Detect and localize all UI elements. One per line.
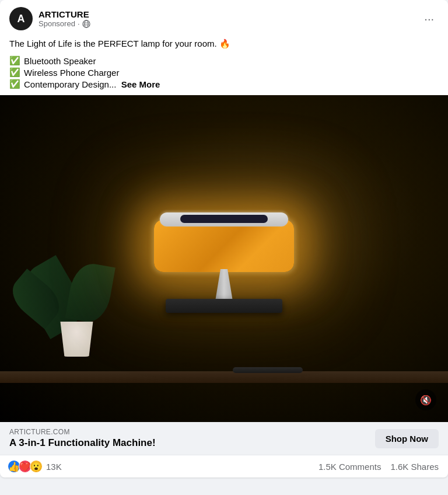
feature-item-3: ✅ Contemporary Design... See More — [9, 79, 439, 89]
feature-label-2: Wireless Phone Charger — [24, 68, 119, 78]
avatar[interactable]: A — [9, 7, 33, 30]
reactions-bar: 👍 ❤️ 😮 13K 1.5K Comments 1.6K Shares — [0, 455, 448, 477]
reaction-count: 13K — [46, 462, 62, 472]
see-more-button[interactable]: See More — [121, 79, 160, 89]
shares-count[interactable]: 1.6K Shares — [390, 462, 439, 472]
feature-label-3: Contemporary Design... See More — [24, 79, 160, 89]
lamp-neck — [215, 269, 233, 301]
dot-separator: · — [78, 19, 80, 28]
shelf — [0, 371, 448, 383]
cta-bar: ARTICTURE.COM A 3-in-1 Functionality Mac… — [0, 422, 448, 455]
lamp-body — [154, 219, 294, 272]
lamp-top — [160, 212, 288, 226]
globe-icon — [82, 20, 90, 28]
post-text-section: The Light of Life is the PERFECT lamp fo… — [0, 35, 448, 54]
plant-leaves — [36, 228, 117, 327]
svg-point-1 — [84, 20, 88, 27]
feature-item-2: ✅ Wireless Phone Charger — [9, 67, 439, 78]
lamp-base — [166, 299, 282, 313]
lamp-top-inner — [180, 215, 268, 223]
check-icon-2: ✅ — [9, 67, 20, 78]
feature-item-1: ✅ Bluetooth Speaker — [9, 55, 439, 66]
check-icon-1: ✅ — [9, 55, 20, 66]
comments-count[interactable]: 1.5K Comments — [318, 462, 382, 472]
lamp-image — [0, 95, 448, 422]
reaction-emojis: 👍 ❤️ 😮 — [9, 460, 43, 473]
wow-reaction: 😮 — [30, 460, 43, 473]
ad-image-container: 🔇 — [0, 95, 448, 422]
leaf-2 — [65, 260, 116, 325]
sponsored-label: Sponsored — [38, 19, 75, 28]
svg-point-0 — [82, 20, 89, 27]
cta-url: ARTICTURE.COM — [9, 428, 156, 436]
more-dots-icon: ··· — [424, 12, 434, 26]
header-left: A ARTICTURE Sponsored · — [9, 7, 90, 30]
cta-title: A 3-in-1 Functionality Machine! — [9, 437, 156, 449]
charger-pad — [233, 367, 303, 373]
lamp-shade — [154, 219, 294, 272]
shop-now-button[interactable]: Shop Now — [375, 429, 439, 448]
lamp-scene — [0, 95, 448, 422]
sponsored-row: Sponsored · — [38, 19, 90, 28]
page-info: ARTICTURE Sponsored · — [38, 9, 90, 28]
mute-button[interactable]: 🔇 — [415, 389, 436, 410]
plant-pot — [56, 322, 97, 357]
page-name[interactable]: ARTICTURE — [38, 9, 90, 19]
facebook-ad-card: A ARTICTURE Sponsored · ··· — [0, 0, 448, 477]
reactions-left: 👍 ❤️ 😮 13K — [9, 460, 62, 473]
feature-label-1: Bluetooth Speaker — [24, 56, 96, 66]
more-options-button[interactable]: ··· — [419, 10, 439, 28]
cta-left: ARTICTURE.COM A 3-in-1 Functionality Mac… — [9, 428, 156, 449]
reactions-right: 1.5K Comments 1.6K Shares — [318, 462, 439, 472]
post-headline: The Light of Life is the PERFECT lamp fo… — [9, 37, 439, 50]
mute-icon: 🔇 — [420, 395, 432, 406]
check-icon-3: ✅ — [9, 79, 20, 89]
post-header: A ARTICTURE Sponsored · ··· — [0, 0, 448, 35]
features-list: ✅ Bluetooth Speaker ✅ Wireless Phone Cha… — [0, 54, 448, 95]
plant-container — [36, 228, 117, 357]
